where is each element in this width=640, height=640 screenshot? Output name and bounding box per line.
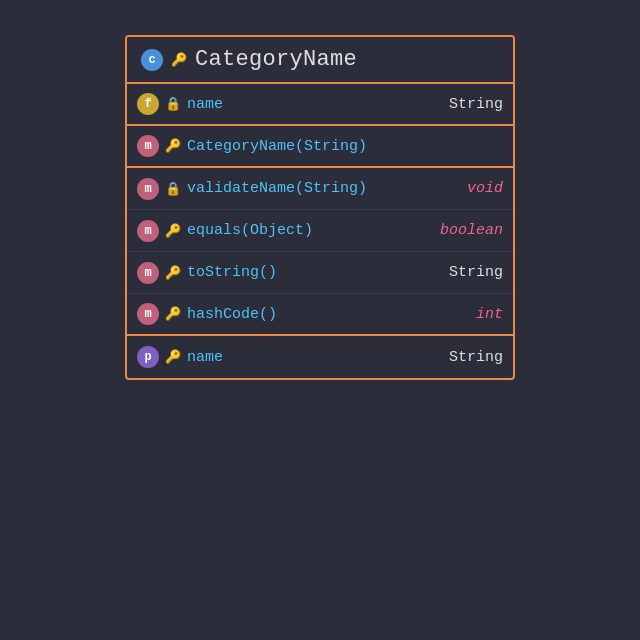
member-row: m 🔑 CategoryName(String) [127, 126, 513, 168]
member-type: void [467, 180, 503, 197]
member-row: m 🔑 hashCode() int [127, 294, 513, 336]
method-badge: m [137, 178, 159, 200]
member-row: m 🔑 toString() String [127, 252, 513, 294]
lock-icon: 🔒 [165, 96, 181, 112]
member-name: toString() [187, 264, 443, 281]
class-key-icon: 🔑 [171, 52, 187, 68]
member-name: validateName(String) [187, 180, 461, 197]
key-icon: 🔑 [165, 306, 181, 322]
member-name: name [187, 96, 443, 113]
method-badge: m [137, 135, 159, 157]
member-name: name [187, 349, 443, 366]
lock-icon: 🔒 [165, 181, 181, 197]
class-diagram-box: c 🔑 CategoryName f 🔒 name String m 🔑 Cat… [125, 35, 515, 380]
method-badge: m [137, 220, 159, 242]
class-header: c 🔑 CategoryName [127, 37, 513, 84]
member-row: f 🔒 name String [127, 84, 513, 126]
member-name: equals(Object) [187, 222, 434, 239]
member-row: p 🔑 name String [127, 336, 513, 378]
property-badge: p [137, 346, 159, 368]
member-type: boolean [440, 222, 503, 239]
member-type: String [449, 264, 503, 281]
field-badge: f [137, 93, 159, 115]
member-name: CategoryName(String) [187, 138, 497, 155]
class-badge: c [141, 49, 163, 71]
key-icon: 🔑 [165, 138, 181, 154]
member-type: String [449, 96, 503, 113]
key-icon: 🔑 [165, 349, 181, 365]
member-row: m 🔒 validateName(String) void [127, 168, 513, 210]
method-badge: m [137, 262, 159, 284]
member-name: hashCode() [187, 306, 470, 323]
method-badge: m [137, 303, 159, 325]
key-icon: 🔑 [165, 223, 181, 239]
class-title: CategoryName [195, 47, 357, 72]
key-icon: 🔑 [165, 265, 181, 281]
member-row: m 🔑 equals(Object) boolean [127, 210, 513, 252]
member-type: int [476, 306, 503, 323]
member-type: String [449, 349, 503, 366]
